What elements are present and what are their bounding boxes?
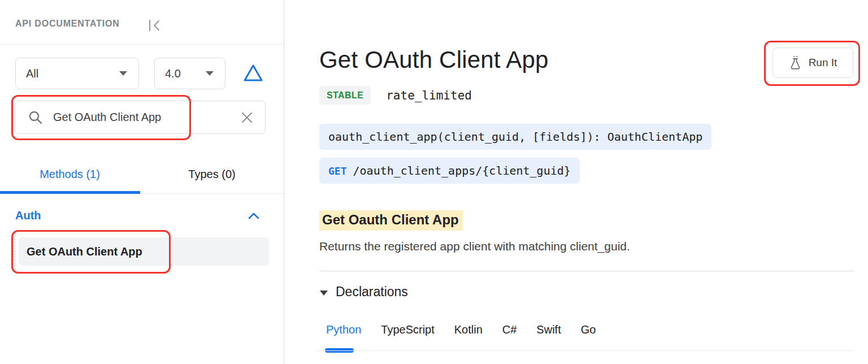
method-signature: oauth_client_app(client_guid, [fields]):… <box>328 130 702 144</box>
run-it-label: Run It <box>809 57 837 69</box>
active-tab-indicator <box>0 191 140 194</box>
search-icon <box>28 110 43 125</box>
version-filter-value: 4.0 <box>165 67 181 80</box>
tab-types[interactable]: Types (0) <box>140 164 284 184</box>
language-tabs: Python TypeScript Kotlin C# Swift Go <box>326 323 596 336</box>
page-title: Get OAuth Client App <box>319 46 549 73</box>
status-row: STABLE rate_limited <box>319 86 472 105</box>
triangle-down-icon <box>320 291 328 296</box>
tab-kotlin[interactable]: Kotlin <box>454 323 483 336</box>
tab-go[interactable]: Go <box>581 323 596 336</box>
sidebar: API DOCUMENTATION All 4.0 <box>0 0 284 364</box>
status-badge: STABLE <box>319 86 371 105</box>
declarations-label: Declarations <box>336 284 408 300</box>
collapse-panel-icon <box>147 18 163 33</box>
tab-swift[interactable]: Swift <box>536 323 561 336</box>
search-input[interactable] <box>53 111 240 124</box>
scope-filter-dropdown[interactable]: All <box>15 58 139 89</box>
run-it-button[interactable]: Run It <box>772 47 853 78</box>
endpoint-chip: GET /oauth_client_apps/{client_guid} <box>319 158 580 184</box>
search-box[interactable] <box>15 101 266 134</box>
sidebar-title: API DOCUMENTATION <box>15 19 120 29</box>
method-description: Returns the registered app client with m… <box>319 240 630 253</box>
collapse-sidebar-button[interactable] <box>147 18 163 33</box>
caret-down-icon <box>206 71 214 76</box>
group-auth-label: Auth <box>15 209 41 222</box>
language-tab-baseline <box>315 350 854 351</box>
sidebar-item-get-oauth-client-app[interactable]: Get OAuth Client App <box>19 237 270 266</box>
declarations-toggle[interactable]: Declarations <box>320 284 408 300</box>
rate-limited-tag: rate_limited <box>386 89 472 102</box>
tab-methods[interactable]: Methods (1) <box>0 164 140 184</box>
tab-typescript[interactable]: TypeScript <box>381 323 434 336</box>
version-filter-dropdown[interactable]: 4.0 <box>154 58 225 89</box>
tab-bar-baseline <box>140 193 284 194</box>
close-icon[interactable] <box>240 111 254 124</box>
chevron-up-icon[interactable] <box>248 212 259 220</box>
tree-indent-guide <box>15 233 15 272</box>
scope-filter-value: All <box>26 67 38 80</box>
method-item-label: Get OAuth Client App <box>27 245 142 258</box>
endpoint-path: /oauth_client_apps/{client_guid} <box>353 164 571 177</box>
group-auth[interactable]: Auth <box>15 209 259 222</box>
content-divider <box>319 271 854 271</box>
tab-csharp[interactable]: C# <box>502 323 517 336</box>
flask-icon <box>789 55 802 70</box>
delta-triangle-icon[interactable] <box>243 63 263 83</box>
section-heading-highlighted: Get Oauth Client App <box>319 210 463 231</box>
method-signature-chip: oauth_client_app(client_guid, [fields]):… <box>319 124 711 150</box>
caret-down-icon <box>119 71 127 76</box>
tab-python[interactable]: Python <box>326 323 361 336</box>
sidebar-header-divider <box>0 44 284 45</box>
http-method-badge: GET <box>328 165 347 177</box>
